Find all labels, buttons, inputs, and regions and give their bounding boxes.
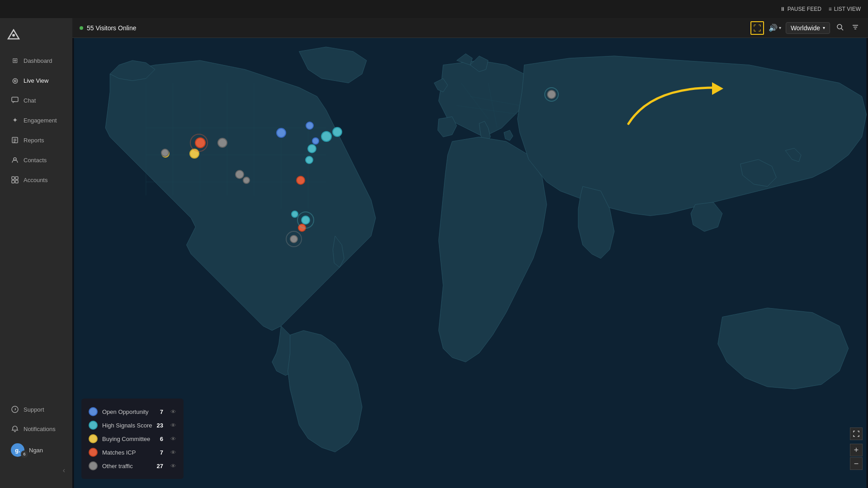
list-view-label: LIST VIEW	[834, 6, 861, 12]
fullscreen-corner-icon	[853, 431, 859, 437]
visitor-dot-high-signals-2[interactable]	[307, 144, 316, 153]
fullscreen-corner-button[interactable]	[850, 427, 863, 440]
visitor-dot-other-4[interactable]	[217, 138, 227, 148]
sidebar-item-dashboard[interactable]: ⊞ Dashboard	[4, 51, 69, 70]
sidebar-item-support[interactable]: Support	[4, 400, 69, 419]
legend-item-matches-icp[interactable]: Matches ICP 7 👁	[89, 446, 176, 459]
live-view-icon: ◎	[11, 76, 19, 84]
sidebar-item-contacts[interactable]: Contacts	[4, 150, 69, 169]
filter-icon	[852, 23, 859, 31]
legend-item-high-signals[interactable]: High Signals Score 23 👁	[89, 418, 176, 432]
online-status-dot	[80, 26, 83, 30]
dot-ring-other-1	[286, 231, 302, 247]
visitor-dot-other-3[interactable]	[243, 177, 250, 184]
accounts-icon	[11, 176, 19, 184]
legend-icon-other	[89, 461, 98, 470]
legend-item-buying-committee[interactable]: Buying Committee 6 👁	[89, 432, 176, 446]
zoom-out-button[interactable]: −	[850, 457, 863, 470]
pause-feed-label: PAUSE FEED	[788, 6, 821, 12]
legend-icon-high-signals	[89, 421, 98, 430]
legend-eye-buying-comm[interactable]: 👁	[170, 436, 176, 442]
chat-icon	[11, 96, 19, 104]
sidebar-item-chat[interactable]: Chat	[4, 91, 69, 110]
svg-point-13	[837, 24, 842, 29]
sidebar-label-notifications: Notifications	[24, 426, 56, 432]
support-icon	[11, 405, 19, 413]
svg-rect-10	[12, 180, 14, 183]
visitor-dot-high-signals-3[interactable]	[305, 156, 313, 164]
sidebar-item-notifications[interactable]: Notifications	[4, 419, 69, 438]
sidebar-label-engagement: Engagement	[24, 117, 57, 124]
sidebar-logo	[0, 23, 72, 51]
sidebar-label-dashboard: Dashboard	[24, 57, 52, 64]
logo-icon	[7, 29, 20, 42]
dashboard-icon: ⊞	[11, 56, 19, 65]
sidebar-label-contacts: Contacts	[24, 157, 47, 164]
legend-eye-matches-icp[interactable]: 👁	[170, 449, 176, 456]
sidebar-item-engagement[interactable]: ✦ Engagement	[4, 111, 69, 130]
legend-item-open-opportunity[interactable]: Open Opportunity 7 👁	[89, 405, 176, 418]
svg-rect-11	[15, 180, 18, 183]
pause-feed-button[interactable]: ⏸ PAUSE FEED	[780, 6, 821, 12]
legend-icon-buying-comm	[89, 434, 98, 443]
volume-icon: 🔊	[769, 23, 778, 32]
legend-count-other: 27	[157, 463, 163, 469]
fullscreen-button[interactable]	[750, 21, 764, 35]
sidebar-label-chat: Chat	[24, 97, 36, 104]
visitor-dot-open-opp-3[interactable]	[312, 137, 319, 145]
visitor-dot-open-opp-1[interactable]	[276, 128, 286, 138]
visitor-dot-other-2[interactable]	[235, 170, 244, 179]
visitor-dot-high-signals-4[interactable]	[332, 127, 342, 137]
sidebar: ⊞ Dashboard ◎ Live View Chat ✦ Engagemen…	[0, 18, 72, 488]
sidebar-label-accounts: Accounts	[24, 177, 47, 183]
legend-count-buying-comm: 6	[160, 436, 163, 442]
legend-icon-matches-icp	[89, 448, 98, 457]
legend-eye-other[interactable]: 👁	[170, 463, 176, 469]
sidebar-bottom: Support Notifications g. Ngan 6 ‹	[0, 399, 72, 483]
list-view-button[interactable]: ≡ LIST VIEW	[829, 6, 861, 12]
avatar-text: g.	[15, 447, 20, 454]
map-container[interactable]: Open Opportunity 7 👁 High Signals Score …	[72, 38, 868, 488]
collapse-icon: ‹	[63, 466, 65, 474]
legend-label-open-opp: Open Opportunity	[102, 408, 156, 415]
legend-eye-open-opp[interactable]: 👁	[170, 408, 176, 415]
svg-rect-8	[12, 177, 14, 179]
svg-rect-9	[15, 177, 18, 179]
legend-count-high-signals: 23	[157, 422, 163, 429]
dot-ring-signals-1	[297, 211, 314, 229]
legend-count-open-opp: 7	[160, 408, 163, 415]
visitor-dot-icp-2[interactable]	[296, 176, 305, 185]
legend: Open Opportunity 7 👁 High Signals Score …	[81, 399, 184, 479]
filter-button[interactable]	[850, 22, 861, 34]
zoom-in-button[interactable]: +	[850, 444, 863, 456]
search-button[interactable]	[835, 22, 845, 34]
user-name: Ngan	[29, 447, 43, 454]
map-header-controls: 🔊 ▾ Worldwide ▾	[750, 21, 861, 35]
legend-label-matches-icp: Matches ICP	[102, 449, 156, 456]
sidebar-label-reports: Reports	[24, 137, 44, 144]
sidebar-label-support: Support	[24, 406, 44, 413]
legend-eye-high-signals[interactable]: 👁	[170, 422, 176, 429]
svg-line-14	[841, 28, 843, 30]
pause-icon: ⏸	[780, 6, 785, 12]
zoom-controls: + −	[850, 427, 863, 470]
region-selector[interactable]: Worldwide ▾	[786, 22, 830, 34]
legend-count-matches-icp: 7	[160, 449, 163, 456]
world-map	[72, 38, 868, 488]
legend-item-other-traffic[interactable]: Other traffic 27 👁	[89, 459, 176, 473]
user-profile[interactable]: g. Ngan 6	[4, 439, 69, 461]
svg-point-12	[12, 406, 18, 413]
sidebar-item-accounts[interactable]: Accounts	[4, 170, 69, 189]
volume-button[interactable]: 🔊 ▾	[769, 23, 781, 32]
sidebar-item-live-view[interactable]: ◎ Live View	[4, 71, 69, 90]
sidebar-collapse-button[interactable]: ‹	[0, 462, 72, 479]
visitor-dot-high-signals-1[interactable]	[321, 131, 332, 142]
sidebar-item-reports[interactable]: Reports	[4, 131, 69, 150]
legend-label-high-signals: High Signals Score	[102, 422, 152, 429]
visitor-dot-open-opp-2[interactable]	[306, 122, 314, 130]
top-bar: ⏸ PAUSE FEED ≡ LIST VIEW	[0, 0, 868, 18]
legend-label-buying-comm: Buying Committee	[102, 436, 156, 442]
user-badge: 6	[21, 450, 28, 458]
volume-chevron: ▾	[779, 25, 781, 30]
visitor-dot-other-1[interactable]	[161, 149, 169, 157]
